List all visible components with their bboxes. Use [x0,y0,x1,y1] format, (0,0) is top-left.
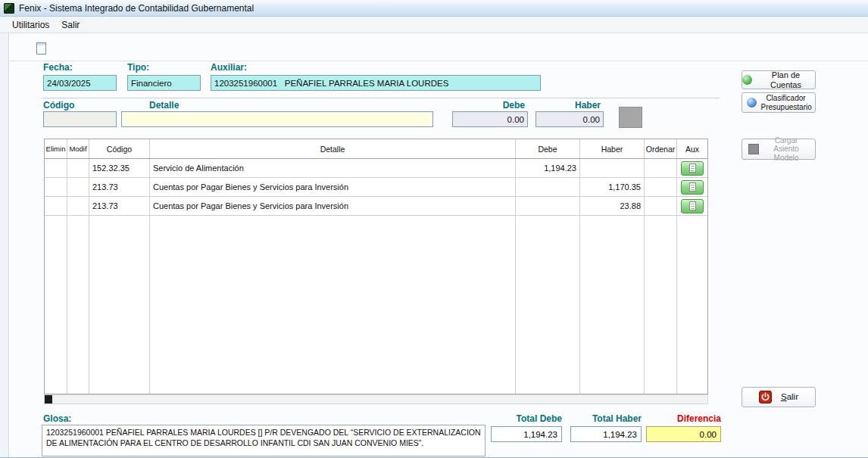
menu-utilitarios[interactable]: Utilitarios [6,18,55,32]
cell-elimin [45,235,67,254]
cell-aux [677,159,707,177]
salir-button[interactable]: Salir [742,387,816,407]
aux-button[interactable] [681,180,704,195]
table-row-empty [45,291,707,310]
cell-codigo [89,367,150,386]
cell-aux [677,329,707,348]
cell-detalle [150,216,516,235]
header-haber: Haber [580,139,645,158]
codigo-input[interactable] [43,111,117,127]
horizontal-scrollbar[interactable] [44,394,708,404]
cell-modif [67,386,89,394]
header-aux: Aux [677,139,707,158]
cell-debe [516,310,580,329]
fecha-field[interactable]: 24/03/2025 [43,75,117,91]
cell-ordenar [645,329,677,348]
scrollbar-thumb[interactable] [45,395,52,403]
auxiliar-label: Auxiliar: [211,62,247,73]
detalle-input[interactable] [121,111,433,127]
document-icon [689,164,696,173]
document-icon [689,182,696,192]
cell-modif [67,291,89,310]
cell-detalle: Cuentas por Pagar Bienes y Servicios par… [150,197,516,215]
cell-debe: 1,194.23 [516,159,580,177]
cell-codigo [89,291,150,310]
cell-debe [516,291,580,310]
cell-aux [677,386,707,394]
cell-codigo [89,273,150,291]
diferencia-value: 0.00 [646,426,721,442]
cell-ordenar [645,386,677,394]
cell-elimin [45,310,67,329]
cell-modif [67,367,89,386]
menu-salir[interactable]: Salir [55,18,86,32]
power-icon [759,391,772,403]
cell-haber [580,254,645,273]
auxiliar-field[interactable]: 1203251960001 PEÑAFIEL PARRALES MARIA LO… [211,75,541,91]
section-separator [42,98,720,99]
cell-haber [580,159,645,177]
new-document-icon [36,42,46,55]
cell-aux [677,367,707,386]
cell-detalle [150,235,516,254]
fecha-label: Fecha: [43,62,73,73]
cell-elimin [45,159,67,177]
detalle-label: Detalle [149,100,179,111]
cell-codigo [89,235,150,254]
cell-aux [677,310,707,329]
cell-ordenar [645,159,677,177]
table-row[interactable]: 152.32.35Servicio de Alimentación1,194.2… [45,159,707,178]
cell-elimin [45,178,67,196]
debe-input[interactable]: 0.00 [452,111,528,127]
cell-modif [67,178,89,196]
cell-detalle [150,367,516,386]
cell-ordenar [645,197,677,215]
clasificador-presupuestario-button[interactable]: Clasificador Presupuestario [742,92,816,113]
blue-sphere-icon [747,98,757,107]
table-row[interactable]: 213.73Cuentas por Pagar Bienes y Servici… [45,197,707,216]
cell-elimin [45,291,67,310]
cell-modif [67,273,89,291]
menu-bar: Utilitarios Salir [0,17,868,33]
cell-modif [67,159,89,177]
tipo-label: Tipo: [127,62,149,73]
total-haber-value: 1,194.23 [570,426,642,442]
new-document-button[interactable] [32,39,50,58]
cell-debe [516,367,580,386]
table-row-empty [45,329,707,348]
cell-haber [580,367,645,386]
add-entry-button[interactable] [619,107,642,128]
table-row[interactable]: 213.73Cuentas por Pagar Bienes y Servici… [45,178,707,197]
cell-codigo [89,386,150,394]
title-bar[interactable]: Fenix - Sistema Integrado de Contabilida… [0,0,868,17]
aux-button[interactable] [681,199,704,213]
cell-debe [516,273,580,291]
entries-table: Elimin Modif Código Detalle Debe Haber O… [44,139,708,394]
cell-detalle [150,254,516,273]
cell-haber [580,291,645,310]
aux-button[interactable] [681,161,704,176]
app-window: Fenix - Sistema Integrado de Contabilida… [0,0,868,458]
tipo-field[interactable]: Financiero [127,75,201,91]
header-codigo: Código [89,139,150,158]
cell-elimin [45,197,67,215]
glosa-text[interactable]: 1203251960001 PEÑAFIEL PARRALES MARIA LO… [42,425,486,456]
table-body: 152.32.35Servicio de Alimentación1,194.2… [45,159,707,394]
header-debe: Debe [516,139,580,158]
cell-ordenar [645,310,677,329]
cell-debe [516,254,580,273]
cell-codigo: 152.32.35 [89,159,150,177]
plan-de-cuentas-button[interactable]: Plan de Cuentas [742,70,816,89]
cargar-asiento-label: Cargar Asiento Modelo [763,136,809,163]
window-title: Fenix - Sistema Integrado de Contabilida… [19,3,254,14]
cell-modif [67,216,89,235]
cell-haber [580,235,645,254]
cell-elimin [45,216,67,235]
cell-debe [516,329,580,348]
cell-ordenar [645,254,677,273]
cell-elimin [45,367,67,386]
cell-codigo [89,310,150,329]
cell-elimin [45,254,67,273]
haber-input[interactable]: 0.00 [535,111,604,127]
cell-codigo [89,348,150,367]
